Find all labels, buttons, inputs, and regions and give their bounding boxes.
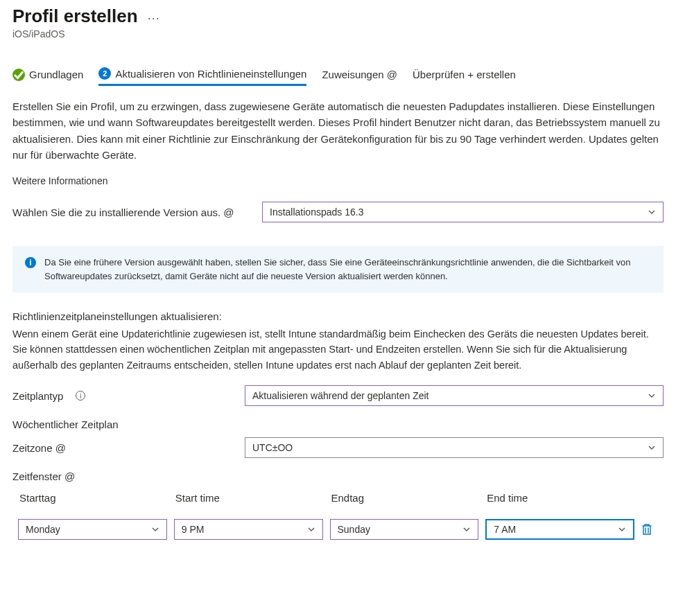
info-hint-icon[interactable]: i: [76, 391, 85, 401]
timezone-label: Zeitzone @: [12, 442, 238, 454]
end-day-select[interactable]: Sunday: [330, 519, 479, 540]
info-banner-text: Da Sie eine frühere Version ausgewählt h…: [44, 256, 651, 283]
col-end-day: Endtag: [330, 489, 479, 512]
start-time-select[interactable]: 9 PM: [174, 519, 323, 540]
timewindow-grid: Starttag Start time Endtag End time Mond…: [18, 489, 658, 540]
end-day-value: Sunday: [338, 524, 370, 535]
schedule-type-value: Aktualisieren während der geplanten Zeit: [252, 390, 429, 401]
tab-update-settings[interactable]: 2 Aktualisieren von Richtlinieneinstellu…: [98, 67, 306, 86]
timezone-value: UTC±OO: [252, 442, 293, 453]
tab-assignments[interactable]: Zuweisungen @: [322, 69, 397, 85]
tab-basics-label: Grundlagen: [29, 69, 83, 80]
tab-update-settings-label: Aktualisieren von Richtlinieneinstellung…: [115, 68, 306, 80]
tab-review[interactable]: Überprüfen + erstellen: [413, 69, 516, 85]
end-time-value: 7 AM: [494, 524, 516, 535]
tab-basics[interactable]: Grundlagen: [12, 69, 83, 85]
version-select[interactable]: Installationspads 16.3: [262, 202, 664, 222]
chevron-down-icon: [618, 525, 626, 534]
intro-paragraph: Erstellen Sie ein Profil, um zu erzwinge…: [12, 98, 664, 163]
version-label: Wählen Sie die zu installierende Version…: [12, 206, 255, 218]
timewindows-label: Zeitfenster @: [12, 470, 664, 482]
tab-assignments-label: Zuweisungen @: [322, 69, 397, 80]
schedule-heading: Richtlinienzeitplaneinstellungen aktuali…: [12, 310, 664, 322]
chevron-down-icon: [151, 525, 159, 534]
chevron-down-icon: [648, 443, 656, 452]
info-banner: i Da Sie eine frühere Version ausgewählt…: [12, 246, 664, 292]
schedule-type-label: Zeitplantyp: [12, 390, 63, 402]
start-time-value: 9 PM: [182, 524, 205, 535]
col-start-day: Starttag: [18, 489, 167, 512]
start-day-select[interactable]: Monday: [18, 519, 167, 540]
schedule-body: Wenn einem Gerät eine Updaterichtlinie z…: [12, 326, 664, 373]
chevron-down-icon: [648, 208, 656, 216]
delete-row-button[interactable]: [641, 523, 658, 536]
wizard-tabs: Grundlagen 2 Aktualisieren von Richtlini…: [12, 67, 664, 86]
more-info-link[interactable]: Weitere Informationen: [12, 175, 664, 186]
schedule-type-select[interactable]: Aktualisieren während der geplanten Zeit: [245, 385, 664, 406]
start-day-value: Monday: [26, 524, 60, 535]
chevron-down-icon: [462, 525, 471, 534]
timezone-select[interactable]: UTC±OO: [245, 437, 664, 458]
chevron-down-icon: [648, 391, 656, 400]
step-number-icon: 2: [98, 67, 111, 80]
page-title: Profil erstellen: [12, 6, 138, 27]
tab-review-label: Überprüfen + erstellen: [413, 69, 516, 80]
info-icon: i: [25, 257, 36, 268]
page-subtitle: iOS/iPadOS: [12, 28, 664, 39]
check-icon: [12, 69, 25, 81]
more-actions-icon[interactable]: ···: [148, 7, 160, 26]
chevron-down-icon: [307, 525, 315, 534]
version-select-value: Installationspads 16.3: [270, 206, 363, 218]
end-time-select[interactable]: 7 AM: [485, 519, 634, 540]
col-end-time: End time: [485, 489, 634, 512]
col-start-time: Start time: [174, 489, 323, 512]
weekly-schedule-heading: Wöchentlicher Zeitplan: [12, 419, 664, 430]
